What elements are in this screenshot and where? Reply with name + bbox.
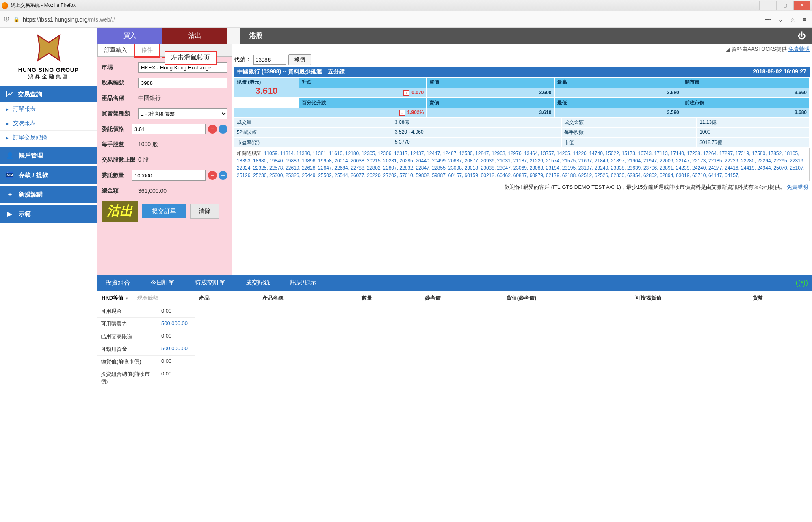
nav-deposit[interactable]: 🏧 存款 / 提款	[0, 166, 97, 184]
tab-messages[interactable]: 訊息/提示	[286, 276, 320, 290]
info-icon[interactable]: ⓘ	[3, 16, 10, 23]
current-price: 3.610	[255, 86, 277, 96]
holdings-header[interactable]: 可按揭貨值	[631, 291, 748, 305]
holdings-header[interactable]: 貨值(參考價)	[502, 291, 632, 305]
firefox-icon	[2, 2, 8, 9]
maxqty-label: 交易股數上限	[102, 156, 138, 164]
live-icon[interactable]: ((•))	[796, 278, 808, 287]
related-warrants[interactable]: 相關認股証: 11059, 11314, 11380, 11381, 11610…	[234, 148, 810, 181]
atm-icon: 🏧	[6, 171, 14, 179]
balance-value: 0.00	[158, 368, 195, 388]
sell-button[interactable]: 沽出	[162, 28, 227, 44]
menu-icon[interactable]: ≡	[801, 16, 809, 23]
tab-pending-orders[interactable]: 待成交訂單	[191, 276, 230, 290]
balance-panel: HKD等值 ▼ 現金餘額 可用現金0.00可用購買力500,000.00已用交易…	[97, 291, 195, 522]
max-qty: 0 股	[138, 156, 149, 164]
brand-en: HUNG SING GROUP	[0, 67, 97, 73]
bookmark-icon[interactable]: ☆	[788, 16, 797, 23]
sell-badge: 沽出	[102, 201, 138, 222]
order-type-select[interactable]: E - 增強限價盤	[138, 108, 227, 119]
url-text[interactable]: https://ibss1.hungsing.org/mts.web/#	[23, 16, 749, 23]
price-minus-button[interactable]: −	[208, 125, 217, 134]
market-label: 市場	[102, 64, 138, 71]
prev-value: 3.680	[682, 108, 810, 117]
down-arrow-icon: ↓	[403, 90, 409, 96]
tab-executions[interactable]: 成交記錄	[242, 276, 274, 290]
balance-key: 可動用資金	[97, 343, 158, 355]
amount-label: 總金額	[102, 187, 138, 194]
quote-code-input[interactable]	[253, 55, 286, 65]
price-plus-button[interactable]: +	[219, 125, 227, 134]
url-bar: ⓘ 🔒 https://ibss1.hungsing.org/mts.web/#…	[0, 11, 812, 28]
holdings-header[interactable]: 貨幣	[749, 291, 812, 305]
chart-icon	[6, 90, 14, 98]
stock-name: 中國銀行	[138, 95, 161, 102]
pocket-icon[interactable]: ⌄	[776, 16, 784, 23]
balance-key: 可用購買力	[97, 318, 158, 330]
aastocks-icon: ◢	[726, 46, 730, 52]
get-quote-button[interactable]: 報價	[288, 54, 311, 65]
holdings-header[interactable]: 產品	[195, 291, 258, 305]
brand-zh: 鴻昇金融集團	[0, 73, 97, 80]
plus-icon: ＋	[6, 190, 14, 198]
lock-icon[interactable]: 🔒	[13, 16, 19, 23]
disclaimer-link[interactable]: 免責聲明	[788, 45, 810, 53]
nav-account[interactable]: 👤 帳戶管理	[0, 147, 97, 164]
order-form: 市場 股票編號 產品名稱 中國銀行 買賣盤種類 E - 增強限價盤 委託價格 −…	[97, 57, 232, 275]
buy-button[interactable]: 買入	[97, 28, 162, 44]
qty-minus-button[interactable]: −	[208, 171, 217, 180]
qty-input[interactable]	[132, 170, 206, 181]
lot-label: 每手股數	[102, 141, 138, 148]
tab-today-orders[interactable]: 今日訂單	[146, 276, 179, 290]
holdings-table: 產品產品名稱數量參考價貨值(參考價)可按揭貨值貨幣	[195, 291, 812, 522]
submit-order-button[interactable]: 提交訂單	[142, 204, 186, 218]
total-amount: 361,000.00	[138, 188, 167, 194]
nav-ipo[interactable]: ＋ 新股認購	[0, 186, 97, 203]
nav-order-history[interactable]: ▶訂單交易紀錄	[0, 131, 97, 145]
open-value: 3.660	[682, 88, 810, 98]
tab-portfolio[interactable]: 投資組合	[102, 276, 134, 290]
nav-demo[interactable]: ▶ 示範	[0, 205, 97, 223]
maximize-button[interactable]: ▢	[776, 1, 793, 10]
low-value: 3.590	[554, 108, 682, 117]
qty-label: 委託數量	[102, 172, 132, 179]
window-title: 網上交易系统 - Mozilla Firefox	[11, 2, 759, 9]
balance-key: 投資組合總值(前收市價)	[97, 368, 158, 388]
welcome-disclaimer-link[interactable]: 免責聲明	[787, 184, 808, 190]
stock-code-input[interactable]	[138, 78, 227, 88]
qty-plus-button[interactable]: +	[219, 171, 227, 180]
balance-value: 0.00	[158, 330, 195, 343]
user-icon: 👤	[6, 151, 14, 160]
down-arrow-icon: ↓	[399, 110, 405, 116]
reader-icon[interactable]: ▭	[752, 16, 760, 23]
holdings-header[interactable]: 參考價	[421, 291, 502, 305]
holdings-header[interactable]: 產品名稱	[258, 291, 357, 305]
nav-trade-report[interactable]: ▶交易報表	[0, 116, 97, 131]
tab-condition[interactable]: 條件	[134, 44, 160, 58]
balance-key: 已用交易限額	[97, 330, 158, 343]
quote-code-label: 代號：	[234, 56, 251, 63]
logout-button[interactable]: ⏻	[792, 28, 812, 44]
currency-dropdown[interactable]: HKD等值 ▼	[97, 291, 133, 305]
price-input[interactable]	[132, 124, 206, 134]
overflow-icon[interactable]: •••	[764, 16, 772, 23]
market-tab[interactable]: 港股	[240, 28, 272, 44]
ask-value: 3.610	[427, 108, 554, 117]
nav-order-report[interactable]: ▶訂單報表	[0, 102, 97, 116]
bottom-tabs: 投資組合 今日訂單 待成交訂單 成交記錄 訊息/提示 ((•))	[97, 275, 812, 291]
balance-value: 0.00	[158, 356, 195, 368]
minimize-button[interactable]: —	[759, 1, 776, 10]
welcome-message: 歡迎你! 親愛的客戶 (IT1 GTS DEMO TEST A/C 1)，最少1…	[234, 181, 810, 193]
close-button[interactable]: ✕	[793, 1, 810, 10]
stock-header: 中國銀行 (03988) -- 資料最少延遲十五分鐘2018-08-02 16:…	[234, 67, 810, 77]
type-label: 買賣盤種類	[102, 110, 138, 117]
holdings-header[interactable]: 數量	[357, 291, 421, 305]
balance-value: 500,000.00	[158, 343, 195, 355]
tab-order-input[interactable]: 訂單輸入	[97, 44, 134, 56]
balance-key: 可用現金	[97, 305, 158, 317]
high-value: 3.680	[554, 88, 682, 98]
nav-trade-query[interactable]: 交易查詢	[0, 86, 97, 102]
clear-button[interactable]: 清除	[190, 204, 219, 219]
arrow-icon: ▶	[6, 107, 9, 112]
arrow-icon: ▶	[6, 121, 9, 126]
